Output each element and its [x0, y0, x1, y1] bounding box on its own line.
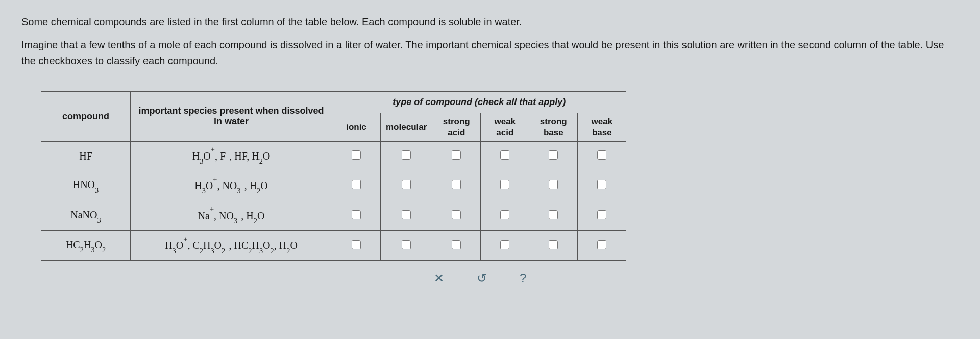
checkbox-strong-acid[interactable]: [452, 240, 461, 249]
instructions-block: Some chemical compounds are listed in th…: [0, 0, 980, 81]
header-molecular: molecular: [381, 113, 432, 142]
checkbox-cell-weak-acid: [481, 231, 529, 261]
checkbox-cell-strong-base: [529, 141, 578, 171]
checkbox-cell-strong-base: [529, 171, 578, 201]
header-compound: compound: [41, 92, 131, 142]
checkbox-strong-base[interactable]: [549, 240, 558, 249]
checkbox-cell-ionic: [332, 231, 381, 261]
table-container: compound important species present when …: [0, 81, 980, 285]
checkbox-weak-base[interactable]: [597, 180, 606, 189]
header-type-group-label: type of compound (check all that apply): [393, 97, 566, 107]
header-weak-base-l2: base: [592, 127, 612, 137]
table-row: HFH3O+, F–, HF, H2O: [41, 141, 626, 171]
checkbox-cell-strong-acid: [432, 171, 481, 201]
compound-cell: HC2H3O2: [41, 231, 131, 261]
checkbox-cell-weak-acid: [481, 201, 529, 231]
species-cell: H3O+, F–, HF, H2O: [131, 141, 332, 171]
checkbox-molecular[interactable]: [402, 240, 411, 249]
checkbox-cell-molecular: [381, 231, 432, 261]
footer-icons: ✕ ↺ ?: [41, 271, 980, 285]
checkbox-strong-base[interactable]: [549, 180, 558, 189]
header-strong-base-l2: base: [544, 127, 564, 137]
checkbox-weak-base[interactable]: [597, 210, 606, 219]
header-type-group-text: type of compound (check all that apply): [393, 97, 566, 107]
checkbox-cell-molecular: [381, 141, 432, 171]
header-weak-base: weak base: [578, 113, 626, 142]
checkbox-weak-acid[interactable]: [500, 240, 509, 249]
checkbox-weak-acid[interactable]: [500, 210, 509, 219]
checkbox-molecular[interactable]: [402, 210, 411, 219]
table-row: HNO3H3O+, NO3–, H2O: [41, 171, 626, 201]
checkbox-strong-base[interactable]: [549, 150, 558, 160]
header-strong-acid-l2: acid: [448, 127, 465, 137]
header-strong-base: strong base: [529, 113, 578, 142]
header-strong-acid-l1: strong: [443, 117, 470, 126]
checkbox-weak-acid[interactable]: [500, 150, 509, 160]
checkbox-cell-weak-base: [578, 231, 626, 261]
header-type-group: type of compound (check all that apply): [332, 92, 626, 113]
checkbox-cell-strong-base: [529, 201, 578, 231]
checkbox-molecular[interactable]: [402, 180, 411, 189]
header-weak-acid: weak acid: [481, 113, 529, 142]
checkbox-cell-weak-base: [578, 141, 626, 171]
help-button[interactable]: ?: [520, 271, 526, 285]
checkbox-strong-acid[interactable]: [452, 150, 461, 160]
checkbox-weak-base[interactable]: [597, 150, 606, 160]
compound-cell: HNO3: [41, 171, 131, 201]
checkbox-cell-ionic: [332, 171, 381, 201]
checkbox-cell-strong-acid: [432, 141, 481, 171]
clear-button[interactable]: ✕: [434, 271, 444, 285]
checkbox-cell-ionic: [332, 201, 381, 231]
checkbox-cell-strong-acid: [432, 231, 481, 261]
reset-button[interactable]: ↺: [477, 271, 487, 285]
checkbox-cell-molecular: [381, 171, 432, 201]
header-species: important species present when dissolved…: [131, 92, 332, 142]
table-row: NaNO3Na+, NO3–, H2O: [41, 201, 626, 231]
header-strong-acid: strong acid: [432, 113, 481, 142]
compound-table: compound important species present when …: [41, 91, 626, 261]
checkbox-weak-acid[interactable]: [500, 180, 509, 189]
checkbox-cell-weak-acid: [481, 171, 529, 201]
checkbox-cell-strong-acid: [432, 201, 481, 231]
checkbox-cell-weak-base: [578, 171, 626, 201]
header-weak-acid-l1: weak: [495, 117, 516, 126]
checkbox-strong-acid[interactable]: [452, 180, 461, 189]
checkbox-strong-base[interactable]: [549, 210, 558, 219]
compound-cell: HF: [41, 141, 131, 171]
checkbox-ionic[interactable]: [352, 180, 361, 189]
checkbox-ionic[interactable]: [352, 150, 361, 160]
checkbox-cell-weak-acid: [481, 141, 529, 171]
header-strong-base-l1: strong: [540, 117, 567, 126]
checkbox-ionic[interactable]: [352, 240, 361, 249]
compound-cell: NaNO3: [41, 201, 131, 231]
checkbox-weak-base[interactable]: [597, 240, 606, 249]
instructions-p2: Imagine that a few tenths of a mole of e…: [21, 37, 959, 69]
table-row: HC2H3O2H3O+, C2H3O2–, HC2H3O2, H2O: [41, 231, 626, 261]
checkbox-cell-molecular: [381, 201, 432, 231]
species-cell: H3O+, C2H3O2–, HC2H3O2, H2O: [131, 231, 332, 261]
header-weak-acid-l2: acid: [496, 127, 513, 137]
checkbox-molecular[interactable]: [402, 150, 411, 160]
checkbox-cell-strong-base: [529, 231, 578, 261]
instructions-p1: Some chemical compounds are listed in th…: [21, 14, 959, 30]
header-ionic: ionic: [332, 113, 381, 142]
species-cell: H3O+, NO3–, H2O: [131, 171, 332, 201]
checkbox-strong-acid[interactable]: [452, 210, 461, 219]
species-cell: Na+, NO3–, H2O: [131, 201, 332, 231]
checkbox-cell-ionic: [332, 141, 381, 171]
header-weak-base-l1: weak: [592, 117, 613, 126]
checkbox-ionic[interactable]: [352, 210, 361, 219]
checkbox-cell-weak-base: [578, 201, 626, 231]
